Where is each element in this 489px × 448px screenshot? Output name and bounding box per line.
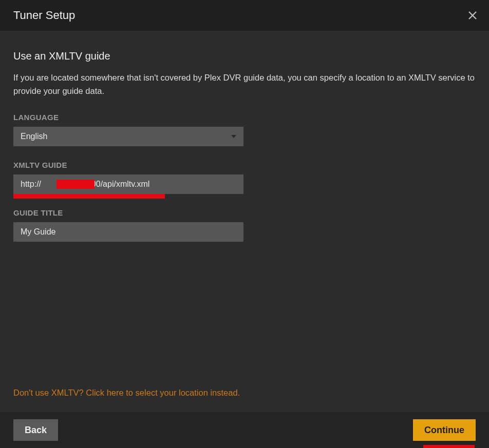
- section-title: Use an XMLTV guide: [13, 50, 476, 62]
- language-field: LANGUAGE English: [13, 113, 476, 146]
- modal-header: Tuner Setup: [0, 0, 489, 31]
- modal-footer: Back Continue: [0, 412, 489, 448]
- xmltv-guide-label: XMLTV GUIDE: [13, 161, 476, 169]
- guide-title-field: GUIDE TITLE: [13, 208, 476, 242]
- xmltv-guide-input[interactable]: [13, 174, 243, 194]
- redaction-underline: [13, 194, 165, 199]
- language-select-value: English: [21, 132, 47, 141]
- alternate-location-link[interactable]: Don't use XMLTV? Click here to select yo…: [13, 388, 240, 398]
- modal-title: Tuner Setup: [13, 9, 75, 22]
- red-edge-decoration: [423, 445, 475, 448]
- close-icon: [467, 10, 478, 21]
- language-label: LANGUAGE: [13, 113, 476, 122]
- modal-content: Use an XMLTV guide If you are located so…: [0, 31, 489, 412]
- close-button[interactable]: [467, 10, 478, 21]
- language-select[interactable]: English: [13, 127, 243, 146]
- chevron-down-icon: [231, 135, 236, 138]
- continue-button[interactable]: Continue: [413, 419, 476, 441]
- section-description: If you are located somewhere that isn't …: [13, 71, 476, 98]
- guide-title-input[interactable]: [13, 222, 243, 242]
- back-button[interactable]: Back: [13, 419, 58, 441]
- guide-title-label: GUIDE TITLE: [13, 208, 476, 217]
- xmltv-guide-field: XMLTV GUIDE: [13, 161, 476, 194]
